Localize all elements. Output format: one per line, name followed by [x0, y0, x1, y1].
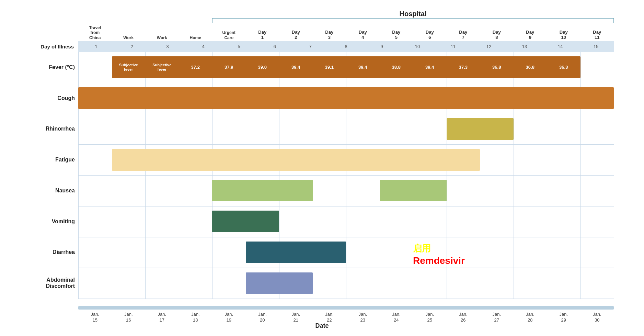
row-label-fever-(°c): Fever (°C) [10, 52, 75, 83]
doi-cell-7: 7 [292, 44, 328, 49]
vline-16 [614, 52, 614, 299]
date-jan23: Jan.23 [346, 312, 380, 323]
doi-cell-4: 4 [185, 44, 221, 49]
row-label-cough: Cough [10, 83, 75, 114]
hline-1 [78, 83, 614, 83]
date-jan24: Jan.24 [380, 312, 413, 323]
doi-cell-2: 2 [114, 44, 150, 49]
col-header-day8: Day8 [480, 30, 514, 41]
doi-cell-9: 9 [364, 44, 400, 49]
row-label-nausea: Nausea [10, 175, 75, 206]
date-jan26: Jan.26 [447, 312, 480, 323]
date-jan15: Jan.15 [78, 312, 112, 323]
hline-7 [78, 268, 614, 268]
date-jan18: Jan.18 [179, 312, 212, 323]
col-header-urgent: UrgentCare [212, 30, 246, 41]
col-header-work1: Work [112, 35, 146, 41]
bar-row3-col1 [112, 149, 480, 171]
day-of-illness-label: Day of Illness [10, 44, 77, 49]
doi-cell-8: 8 [328, 44, 364, 49]
row-label-abdominal-discomfort: AbdominalDiscomfort [10, 268, 75, 299]
doi-cell-15: 15 [578, 44, 614, 49]
doi-cell-13: 13 [507, 44, 542, 49]
col-header-day4: Day4 [346, 30, 380, 41]
remdesivir-annotation: 启用Remdesivir [413, 243, 465, 267]
hospital-label: Hospital [212, 10, 614, 18]
doi-cell-5: 5 [221, 44, 257, 49]
hline-5 [78, 206, 614, 206]
row-label-diarrhea: Diarrhea [10, 237, 75, 268]
bar-row4-col4 [212, 180, 313, 201]
row-label-vomiting: Vomiting [10, 206, 75, 237]
hline-8 [78, 299, 614, 299]
doi-cell-14: 14 [542, 44, 578, 49]
doi-cell-1: 1 [78, 44, 114, 49]
bar-row1-col0 [78, 87, 614, 109]
bar-row7-col5 [246, 272, 313, 294]
bar-row2-col11 [447, 118, 514, 140]
col-header-day10: Day10 [547, 30, 580, 41]
col-header-day3: Day3 [313, 30, 346, 41]
bar-row6-col5 [246, 242, 346, 263]
bar-row0-col1 [112, 56, 580, 78]
day-of-illness-row: Day of Illness 1 2 3 4 5 6 7 8 9 10 11 1… [78, 41, 614, 52]
row-label-rhinorrhea: Rhinorrhea [10, 114, 75, 145]
doi-cell-3: 3 [150, 44, 185, 49]
doi-cell-12: 12 [471, 44, 507, 49]
doi-cell-6: 6 [257, 44, 292, 49]
bottom-strip [78, 306, 614, 310]
date-jan20: Jan.20 [246, 312, 279, 323]
hline-3 [78, 144, 614, 145]
bar-row5-col4 [212, 211, 279, 232]
date-jan22: Jan.22 [313, 312, 346, 323]
bar-row4-col9 [380, 180, 447, 201]
date-jan29: Jan.29 [547, 312, 580, 323]
column-headers: TravelfromChina Work Work Home UrgentCar… [78, 23, 614, 41]
doi-cell-11: 11 [435, 44, 471, 49]
hline-6 [78, 237, 614, 237]
col-header-day11: Day11 [580, 30, 614, 41]
hline-4 [78, 175, 614, 176]
date-jan28: Jan.28 [514, 312, 547, 323]
col-header-work2: Work [145, 35, 179, 41]
date-row: Jan.15 Jan.16 Jan.17 Jan.18 Jan.19 Jan.2… [78, 312, 614, 323]
col-header-day7: Day7 [447, 30, 480, 41]
col-header-day1: Day1 [246, 30, 279, 41]
date-jan30: Jan.30 [580, 312, 614, 323]
hline-0 [78, 52, 614, 52]
col-header-day5: Day5 [380, 30, 413, 41]
date-axis-label: Date [10, 322, 634, 329]
date-jan21: Jan.21 [279, 312, 313, 323]
col-header-day9: Day9 [514, 30, 547, 41]
col-header-day2: Day2 [279, 30, 313, 41]
chart-rows: SubjectivefeverSubjectivefever37.237.939… [78, 52, 614, 299]
date-jan27: Jan.27 [480, 312, 514, 323]
hospital-bracket [212, 18, 614, 23]
date-jan16: Jan.16 [112, 312, 146, 323]
doi-cell-10: 10 [400, 44, 435, 49]
date-jan25: Jan.25 [413, 312, 447, 323]
col-header-travel: TravelfromChina [78, 25, 112, 41]
date-jan19: Jan.19 [212, 312, 246, 323]
col-header-day6: Day6 [413, 30, 447, 41]
row-label-fatigue: Fatigue [10, 144, 75, 175]
col-header-home: Home [179, 35, 212, 41]
chart-container: Hospital TravelfromChina Work Work Home … [10, 7, 634, 329]
hline-2 [78, 114, 614, 114]
date-jan17: Jan.17 [145, 312, 179, 323]
